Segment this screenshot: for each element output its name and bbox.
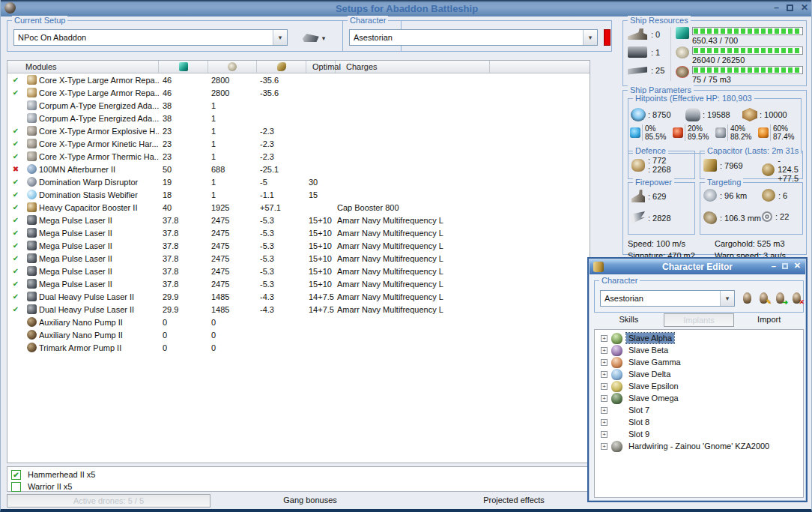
add-character-button[interactable]: ➜ — [773, 291, 787, 305]
close-button[interactable]: ✕ — [801, 2, 808, 13]
implant-name[interactable]: Slave Beta — [626, 345, 670, 355]
module-row[interactable]: ✔ Core X-Type Large Armor Repa... 46 280… — [7, 86, 590, 99]
implant-tree-item[interactable]: + Slave Omega — [595, 392, 803, 404]
module-row[interactable]: ✔ Dual Heavy Pulse Laser II 29.9 1485 -4… — [7, 290, 590, 303]
cpu-column-header[interactable] — [159, 61, 208, 73]
view-character-button[interactable] — [740, 291, 754, 305]
implant-name[interactable]: Slave Delta — [626, 369, 673, 379]
module-state-icon[interactable]: ✔ — [7, 139, 24, 148]
implant-name[interactable]: Slave Epsilon — [626, 381, 681, 391]
ship-browser-button[interactable]: ▾ — [297, 29, 331, 46]
module-state-icon[interactable]: ✔ — [7, 305, 24, 313]
expand-icon[interactable]: + — [601, 419, 608, 426]
module-row[interactable]: Auxiliary Nano Pump II 0 0 — [7, 316, 590, 328]
expand-icon[interactable]: + — [601, 407, 608, 414]
module-state-icon[interactable]: ✔ — [7, 292, 24, 301]
module-row[interactable]: ✔ Mega Pulse Laser II 37.8 2475 -5.3 15+… — [7, 226, 590, 239]
module-state-icon[interactable]: ✔ — [7, 127, 24, 135]
implant-tree-item[interactable]: + Slot 9 — [595, 428, 803, 440]
edit-character-button[interactable]: ✎ — [757, 291, 770, 305]
implant-name[interactable]: Slot 8 — [626, 417, 652, 427]
module-row[interactable]: ✖ 100MN Afterburner II 50 688 -25.1 — [7, 163, 590, 175]
dialog-maximize-button[interactable] — [782, 263, 788, 269]
module-row[interactable]: ✔ Mega Pulse Laser II 37.8 2475 -5.3 15+… — [7, 277, 590, 290]
module-state-icon[interactable]: ✔ — [7, 152, 24, 160]
module-row[interactable]: ✔ Mega Pulse Laser II 37.8 2475 -5.3 15+… — [7, 239, 590, 252]
implant-tree-item[interactable]: + Slave Delta — [595, 368, 803, 380]
module-row[interactable]: Corpum A-Type Energized Ada... 38 1 — [7, 99, 590, 112]
tab-import[interactable]: Import — [734, 313, 804, 327]
drone-row[interactable]: Warrior II x5 — [7, 481, 590, 493]
module-state-icon[interactable]: ✔ — [7, 229, 24, 237]
module-row[interactable]: ✔ Mega Pulse Laser II 37.8 2475 -5.3 15+… — [7, 252, 590, 265]
optimal-column-header[interactable]: Optimal — [306, 61, 336, 73]
module-row[interactable]: ✔ Core X-Type Armor Explosive H... 23 1 … — [7, 124, 590, 137]
expand-icon[interactable]: + — [601, 395, 608, 402]
character-dropdown-arrow-icon[interactable]: ▾ — [583, 30, 597, 45]
expand-icon[interactable]: + — [601, 347, 608, 354]
drone-checkbox[interactable] — [11, 482, 21, 492]
implant-name[interactable]: Slot 7 — [626, 405, 652, 415]
powergrid-column-header[interactable] — [208, 61, 257, 73]
module-row[interactable]: ✔ Core X-Type Armor Kinetic Har... 23 1 … — [7, 137, 590, 150]
module-row[interactable]: Auxiliary Nano Pump II 0 0 — [7, 328, 590, 341]
setup-combobox[interactable]: NPoc On Abaddon ▾ — [13, 29, 288, 46]
dialog-character-combobox[interactable]: Asestorian ▾ — [600, 290, 735, 307]
expand-icon[interactable]: + — [601, 431, 608, 438]
charges-column-header[interactable]: Charges — [336, 61, 490, 73]
implant-tree-item[interactable]: + Slave Gamma — [595, 356, 803, 368]
character-editor-title-bar[interactable]: Character Editor – ✕ — [590, 259, 805, 274]
implant-name[interactable]: Slot 9 — [626, 429, 652, 439]
module-row[interactable]: ✔ Mega Pulse Laser II 37.8 2475 -5.3 15+… — [7, 214, 590, 226]
expand-icon[interactable]: + — [601, 383, 608, 390]
implant-tree-item[interactable]: + Slave Alpha — [595, 332, 803, 344]
tab-implants[interactable]: Implants — [664, 313, 735, 327]
expand-icon[interactable]: + — [601, 371, 608, 378]
active-drones-button[interactable]: Active drones: 5 / 5 — [7, 494, 210, 508]
character-combobox[interactable]: Asestorian ▾ — [349, 29, 598, 46]
module-state-icon[interactable]: ✔ — [7, 88, 24, 97]
implant-name[interactable]: Slave Alpha — [626, 333, 674, 343]
dialog-character-dropdown-arrow-icon[interactable]: ▾ — [720, 291, 734, 306]
setup-dropdown-arrow-icon[interactable]: ▾ — [273, 30, 287, 45]
modules-column-header[interactable]: Modules — [7, 61, 159, 73]
module-row[interactable]: ✔ Core X-Type Large Armor Repa... 46 280… — [7, 73, 590, 86]
drone-row[interactable]: ✔ Hammerhead II x5 — [7, 469, 590, 481]
module-state-icon[interactable]: ✔ — [7, 203, 24, 211]
module-state-icon[interactable]: ✔ — [7, 280, 24, 288]
implant-tree-item[interactable]: + Slave Epsilon — [595, 380, 803, 392]
implant-name[interactable]: Slave Gamma — [626, 357, 683, 367]
implant-tree-item[interactable]: + Slot 7 — [595, 404, 803, 416]
module-state-icon[interactable]: ✔ — [7, 267, 24, 275]
module-state-icon[interactable]: ✔ — [7, 178, 24, 186]
dialog-close-button[interactable]: ✕ — [794, 261, 801, 271]
module-state-icon[interactable]: ✔ — [7, 216, 24, 224]
implant-name[interactable]: Hardwiring - Zainou 'Gnome' KZA2000 — [626, 441, 772, 451]
module-row[interactable]: Trimark Armor Pump II 0 0 — [7, 341, 590, 354]
module-row[interactable]: ✔ Core X-Type Armor Thermic Ha... 23 1 -… — [7, 150, 590, 163]
module-row[interactable]: ✔ Mega Pulse Laser II 37.8 2475 -5.3 15+… — [7, 265, 590, 277]
module-row[interactable]: ✔ Heavy Capacitor Booster II 40 1925 +57… — [7, 201, 590, 214]
maximize-button[interactable] — [787, 4, 793, 11]
module-state-icon[interactable]: ✔ — [7, 190, 24, 199]
capacitor-column-header[interactable] — [257, 61, 306, 73]
implant-tree-item[interactable]: + Hardwiring - Zainou 'Gnome' KZA2000 — [595, 440, 803, 452]
implant-tree-item[interactable]: + Slave Beta — [595, 344, 803, 356]
delete-character-button[interactable]: ✕ — [790, 291, 803, 305]
dialog-minimize-button[interactable]: – — [772, 262, 776, 271]
implant-name[interactable]: Slave Omega — [626, 393, 681, 403]
projected-effects-button[interactable]: Projected effects — [420, 496, 608, 505]
title-bar[interactable]: Setups for Abaddon Battleship – ✕ — [1, 0, 812, 16]
expand-icon[interactable]: + — [601, 359, 608, 366]
expand-icon[interactable]: + — [601, 335, 608, 342]
module-row[interactable]: Corpum A-Type Energized Ada... 38 1 — [7, 112, 590, 124]
implant-tree-item[interactable]: + Slot 8 — [595, 416, 803, 428]
module-row[interactable]: ✔ Domination Warp Disruptor 19 1 -5 30 — [7, 175, 590, 188]
module-state-icon[interactable]: ✔ — [7, 241, 24, 250]
tab-skills[interactable]: Skills — [594, 313, 664, 327]
gang-bonuses-button[interactable]: Gang bonuses — [225, 496, 395, 505]
module-state-icon[interactable]: ✔ — [7, 76, 24, 84]
expand-icon[interactable]: + — [601, 443, 608, 450]
minimize-button[interactable]: – — [774, 2, 779, 13]
character-status-indicator[interactable] — [604, 29, 610, 46]
